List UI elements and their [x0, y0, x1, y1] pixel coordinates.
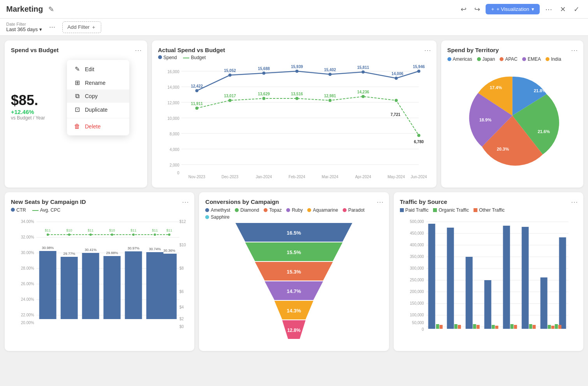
svg-text:300,000: 300,000 — [410, 266, 424, 270]
svg-rect-145 — [439, 325, 442, 329]
americas-label: Americas — [453, 56, 472, 62]
actual-spend-title: Actual Spend vs Budget — [158, 47, 430, 53]
svg-text:$10: $10 — [109, 228, 115, 232]
menu-edit[interactable]: ✎ Edit — [67, 62, 129, 76]
duplicate-icon: ⊡ — [73, 106, 81, 113]
india-dot — [546, 57, 549, 61]
svg-rect-164 — [559, 237, 566, 329]
svg-text:14,236: 14,236 — [357, 90, 369, 94]
add-filter-button[interactable]: Add Filter ＋ — [62, 21, 101, 33]
japan-dot — [477, 57, 481, 61]
svg-text:6,780: 6,780 — [414, 140, 423, 144]
confirm-button[interactable]: ✓ — [571, 4, 582, 15]
legend-ruby: Ruby — [286, 207, 303, 213]
conversions-title: Conversions by Campaign — [205, 198, 382, 205]
legend-emea: EMEA — [522, 56, 541, 62]
legend-spend: Spend — [158, 55, 177, 60]
svg-text:13,017: 13,017 — [224, 94, 236, 98]
filter-bar: Date Filter Last 365 days ▾ ⋯ Add Filter… — [0, 19, 588, 36]
svg-text:30.97%: 30.97% — [127, 246, 139, 250]
funnel-legend: Amethyst Diamond Topaz Ruby Aquamarine — [205, 207, 382, 220]
svg-rect-77 — [61, 257, 78, 319]
svg-rect-87 — [162, 254, 177, 319]
svg-text:30.41%: 30.41% — [85, 248, 97, 252]
svg-text:Apr-2024: Apr-2024 — [355, 175, 371, 179]
territory-pie-chart: 21.8% 21.6% 20.3% 18.9% 17.4% — [447, 65, 577, 166]
legend-budget: Budget — [183, 55, 206, 60]
traffic-title: Traffic by Source — [400, 198, 577, 205]
svg-text:200,000: 200,000 — [410, 290, 424, 294]
svg-text:$8: $8 — [180, 266, 184, 270]
svg-rect-160 — [532, 325, 535, 329]
spend-territory-title: Spend by Territory — [447, 47, 577, 53]
actual-spend-menu-button[interactable]: ⋯ — [424, 46, 431, 54]
svg-text:Mar-2024: Mar-2024 — [322, 175, 338, 179]
svg-text:30.74%: 30.74% — [149, 247, 161, 251]
undo-button[interactable]: ↩ — [458, 4, 469, 15]
legend-amethyst: Amethyst — [205, 207, 230, 213]
territory-menu-button[interactable]: ⋯ — [571, 46, 578, 54]
legend-paid: Paid Traffic — [400, 207, 429, 213]
top-bar-left: Marketing ✎ — [6, 4, 56, 15]
legend-topaz: Topaz — [264, 207, 282, 213]
svg-text:12,422: 12,422 — [191, 84, 203, 88]
svg-text:14.7%: 14.7% — [287, 288, 301, 294]
svg-text:15,688: 15,688 — [258, 67, 270, 71]
new-seats-menu-button[interactable]: ⋯ — [182, 198, 189, 206]
svg-text:14.3%: 14.3% — [287, 308, 301, 314]
svg-text:22.00%: 22.00% — [21, 313, 34, 317]
americas-dot — [447, 57, 451, 61]
viz-plus-icon: + — [491, 6, 494, 12]
legend-ctr: CTR — [11, 207, 26, 213]
svg-point-93 — [132, 233, 135, 236]
spend-vs-budget-card: Spend vs Budget ⋯ ✎ Edit ⊞ Rename ⧉ Copy… — [5, 40, 147, 188]
svg-rect-163 — [551, 326, 554, 329]
menu-copy[interactable]: ⧉ Copy — [67, 89, 129, 103]
visualization-button[interactable]: + + Visualization ▾ — [486, 4, 540, 14]
actual-spend-legend: Spend Budget — [158, 55, 430, 60]
svg-text:15,939: 15,939 — [291, 65, 303, 69]
svg-rect-83 — [125, 251, 142, 319]
filter-more-button[interactable]: ⋯ — [47, 22, 58, 32]
svg-rect-150 — [473, 324, 476, 329]
svg-text:$10: $10 — [66, 228, 72, 232]
svg-text:Feb-2024: Feb-2024 — [289, 175, 305, 179]
conversions-menu-button[interactable]: ⋯ — [377, 198, 384, 206]
svg-text:30.98%: 30.98% — [42, 246, 54, 250]
svg-point-24 — [228, 99, 231, 102]
menu-rename[interactable]: ⊞ Rename — [67, 76, 129, 89]
svg-point-30 — [417, 134, 420, 137]
svg-text:30.00%: 30.00% — [21, 251, 34, 255]
svg-rect-154 — [495, 326, 498, 329]
date-filter-label: Date Filter — [6, 22, 42, 26]
menu-delete[interactable]: 🗑 Delete — [67, 120, 129, 133]
more-options-button[interactable]: ⋯ — [543, 4, 555, 15]
svg-text:15,811: 15,811 — [357, 65, 369, 70]
svg-text:$11: $11 — [88, 228, 93, 232]
top-bar-right: ↩ ↪ + + Visualization ▾ ⋯ ✕ ✓ — [458, 4, 582, 15]
svg-text:Jan-2024: Jan-2024 — [255, 175, 272, 179]
svg-text:14,006: 14,006 — [391, 72, 403, 76]
svg-rect-166 — [558, 325, 561, 329]
spend-territory-card: Spend by Territory ⋯ Americas Japan APAC… — [441, 40, 584, 188]
svg-text:24.00%: 24.00% — [21, 297, 34, 302]
svg-text:28.00%: 28.00% — [21, 266, 34, 270]
traffic-menu-button[interactable]: ⋯ — [571, 198, 578, 206]
close-button[interactable]: ✕ — [558, 4, 568, 15]
spend-budget-menu-button[interactable]: ⋯ — [135, 46, 142, 54]
emea-label: EMEA — [528, 56, 541, 62]
svg-rect-156 — [510, 324, 513, 329]
svg-text:11,911: 11,911 — [191, 102, 203, 106]
menu-duplicate[interactable]: ⊡ Duplicate — [67, 103, 129, 116]
date-filter-value[interactable]: Last 365 days ▾ — [6, 26, 42, 32]
menu-duplicate-label: Duplicate — [85, 107, 107, 113]
edit-title-button[interactable]: ✎ — [46, 4, 56, 15]
svg-text:4,000: 4,000 — [169, 147, 179, 152]
svg-text:13,516: 13,516 — [291, 92, 303, 96]
svg-rect-75 — [39, 251, 56, 319]
svg-text:$4: $4 — [180, 305, 184, 309]
svg-text:18.9%: 18.9% — [479, 118, 491, 122]
redo-button[interactable]: ↪ — [472, 4, 482, 15]
date-filter[interactable]: Date Filter Last 365 days ▾ — [6, 22, 42, 32]
actual-spend-card: Actual Spend vs Budget ⋯ Spend Budget 16… — [152, 40, 437, 188]
